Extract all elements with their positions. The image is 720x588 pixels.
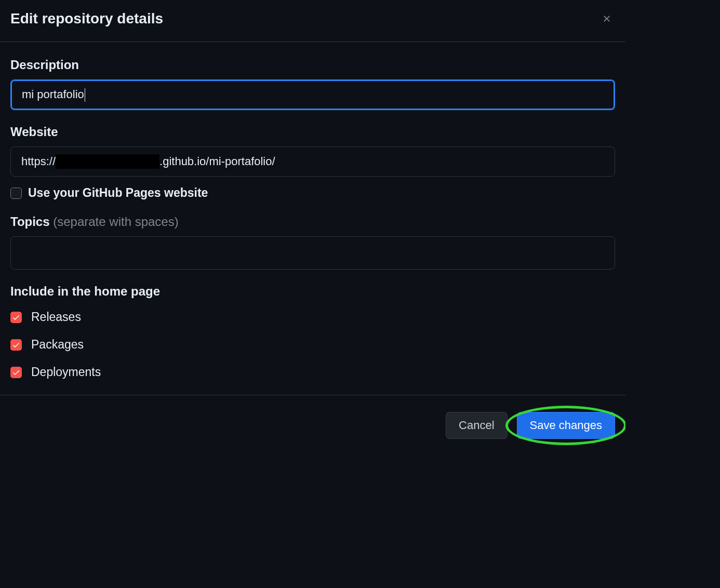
packages-checkbox[interactable] [10, 339, 22, 351]
packages-label: Packages [31, 338, 84, 352]
edit-repository-details-modal: Edit repository details Description mi p… [0, 0, 625, 450]
check-icon [12, 341, 20, 349]
check-icon [12, 313, 20, 322]
releases-label: Releases [31, 310, 81, 324]
save-changes-button[interactable]: Save changes [517, 412, 615, 439]
topics-input[interactable] [10, 236, 615, 270]
text-cursor [85, 88, 85, 102]
include-row-deployments: Deployments [10, 365, 615, 379]
deployments-label: Deployments [31, 365, 101, 379]
modal-title: Edit repository details [10, 10, 163, 27]
description-input[interactable]: mi portafolio [10, 79, 615, 110]
cancel-button[interactable]: Cancel [446, 412, 507, 439]
topics-field-group: Topics (separate with spaces) [10, 215, 615, 270]
include-row-releases: Releases [10, 310, 615, 324]
include-list: Releases Packages Deployments [10, 310, 615, 379]
redacted-username [56, 154, 159, 169]
website-input[interactable]: https://.github.io/mi-portafolio/ [10, 146, 615, 177]
releases-checkbox[interactable] [10, 312, 22, 323]
use-github-pages-label: Use your GitHub Pages website [28, 186, 208, 200]
modal-header: Edit repository details [0, 0, 625, 42]
website-value-prefix: https:// [21, 155, 56, 168]
use-github-pages-checkbox[interactable] [10, 188, 22, 199]
topics-hint: (separate with spaces) [53, 215, 178, 229]
topics-label-text: Topics [10, 215, 53, 229]
include-row-packages: Packages [10, 338, 615, 352]
close-icon [602, 13, 612, 24]
description-value: mi portafolio [22, 88, 84, 101]
website-label: Website [10, 125, 615, 139]
include-heading: Include in the home page [10, 284, 615, 299]
modal-footer: Cancel Save changes [0, 395, 625, 450]
description-label: Description [10, 58, 615, 72]
description-field-group: Description mi portafolio [10, 58, 615, 110]
modal-body: Description mi portafolio Website https:… [0, 42, 625, 395]
topics-label: Topics (separate with spaces) [10, 215, 615, 229]
close-button[interactable] [598, 10, 615, 27]
website-value-suffix: .github.io/mi-portafolio/ [159, 155, 275, 168]
save-highlight-annotation: Save changes [517, 412, 615, 439]
check-icon [12, 368, 20, 377]
use-github-pages-row: Use your GitHub Pages website [10, 186, 615, 200]
deployments-checkbox[interactable] [10, 367, 22, 378]
website-field-group: Website https://.github.io/mi-portafolio… [10, 125, 615, 200]
include-section: Include in the home page Releases Packag… [10, 284, 615, 379]
